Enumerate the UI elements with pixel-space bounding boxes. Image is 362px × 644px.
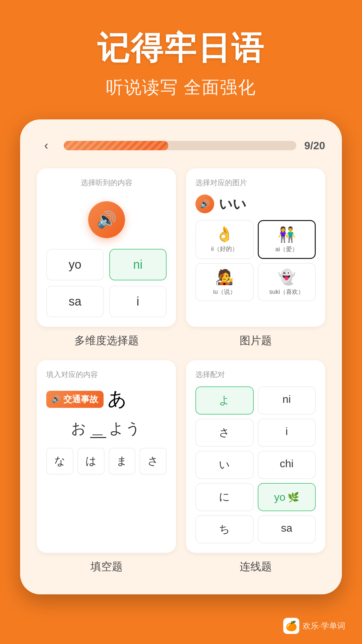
picture-header: 🔊 いい — [195, 195, 316, 213]
match-left-chi[interactable]: ち — [195, 515, 254, 543]
progress-bar-fill — [64, 141, 168, 150]
phone-container: ‹ 9/20 选择听到的内容 🔊 yo ni sa i 选择对应的图片 — [20, 119, 342, 594]
listen-choose-card: 选择听到的内容 🔊 yo ni sa i — [37, 168, 176, 327]
match-yo-text: yo — [274, 491, 286, 503]
fillin-card-label: 填入对应的内容 — [46, 370, 167, 380]
fillin-keyboard: な は ま さ — [46, 448, 167, 475]
fillin-sentence: お＿よう — [46, 419, 167, 438]
section-label-fillin: 填空题 — [37, 559, 176, 574]
match-left-ni[interactable]: に — [195, 483, 254, 511]
progress-counter: 9/20 — [304, 140, 325, 152]
choice-i[interactable]: i — [109, 286, 167, 317]
section-label-match: 连线题 — [186, 559, 325, 574]
fillin-speaker-button[interactable]: 🔊 交通事故 — [46, 391, 104, 408]
picture-emoji-ai: 👫 — [262, 226, 312, 243]
top-cards-grid: 选择听到的内容 🔊 yo ni sa i 选择对应的图片 🔊 いい — [37, 168, 325, 327]
picture-emoji-iu: 🧑‍🎤 — [199, 268, 250, 286]
match-left-sa[interactable]: さ — [195, 419, 254, 447]
choice-sa[interactable]: sa — [46, 286, 104, 317]
progress-bar-background — [64, 141, 296, 150]
kana-key-na[interactable]: な — [46, 448, 73, 475]
kana-key-ha[interactable]: は — [77, 448, 105, 475]
fillin-prompt: 🔊 交通事故 あ — [46, 386, 167, 412]
match-mascot-icon: 🌿 — [288, 492, 299, 503]
speaker-icon: 🔊 — [97, 210, 117, 229]
picture-item-ii[interactable]: 👌 ii（好的） — [195, 220, 254, 259]
match-left-i[interactable]: い — [195, 451, 254, 479]
match-grid: よ ni さ i い chi に yo 🌿 ち sa — [195, 386, 316, 543]
speaker-small-icon: 🔊 — [200, 199, 210, 209]
picture-caption-iu: iu（说） — [213, 288, 236, 295]
match-right-ni[interactable]: ni — [258, 386, 316, 415]
labels-row-1: 多维度选择题 图片题 — [37, 333, 325, 348]
fillin-blank: ＿ — [90, 420, 106, 438]
choice-grid: yo ni sa i — [46, 249, 167, 317]
choice-yo[interactable]: yo — [46, 249, 104, 280]
section-label-picture: 图片题 — [186, 333, 325, 348]
fillin-word: 交通事故 — [63, 393, 98, 405]
listen-card-label: 选择听到的内容 — [81, 178, 132, 188]
picture-card: 选择对应的图片 🔊 いい 👌 ii（好的） 👫 ai（爱） 🧑‍🎤 — [186, 168, 325, 327]
watermark-icon: 🍊 — [286, 621, 297, 632]
match-card: 选择配对 よ ni さ i い chi に yo 🌿 ち sa — [186, 360, 325, 553]
watermark-text: 欢乐·学单词 — [303, 621, 345, 631]
bottom-cards-grid: 填入对应的内容 🔊 交通事故 あ お＿よう な は ま さ 选择配对 — [37, 360, 325, 553]
back-button[interactable]: ‹ — [37, 136, 56, 155]
labels-row-2: 填空题 连线题 — [37, 559, 325, 574]
match-right-chi[interactable]: chi — [258, 451, 316, 479]
picture-caption-ai: ai（爱） — [275, 246, 298, 253]
app-title: 记得牢日语 — [20, 27, 342, 70]
fillin-mascot: あ — [108, 386, 127, 412]
kana-key-ma[interactable]: ま — [109, 448, 136, 475]
speaker-small-button[interactable]: 🔊 — [195, 195, 214, 213]
picture-card-label: 选择对应的图片 — [195, 178, 316, 188]
header-section: 记得牢日语 听说读写 全面强化 — [0, 0, 362, 113]
match-right-sa[interactable]: sa — [258, 515, 316, 543]
progress-row: ‹ 9/20 — [37, 136, 325, 155]
picture-caption-suki: suki（喜欢） — [269, 288, 304, 295]
fillin-card: 填入对应的内容 🔊 交通事故 あ お＿よう な は ま さ — [37, 360, 176, 553]
picture-caption-ii: ii（好的） — [211, 246, 238, 252]
audio-hiragana: いい — [219, 195, 246, 213]
picture-emoji-suki: 👻 — [262, 268, 312, 286]
watermark: 🍊 欢乐·学单词 — [283, 618, 345, 634]
match-right-yo[interactable]: yo 🌿 — [258, 483, 316, 511]
watermark-logo: 🍊 — [283, 618, 299, 634]
kana-key-sa[interactable]: さ — [139, 448, 167, 475]
speaker-button-large[interactable]: 🔊 — [88, 201, 125, 238]
app-subtitle: 听说读写 全面强化 — [20, 76, 342, 99]
match-right-i[interactable]: i — [258, 419, 316, 447]
picture-emoji-ii: 👌 — [199, 225, 250, 243]
match-left-yo[interactable]: よ — [195, 386, 254, 415]
match-card-label: 选择配对 — [195, 370, 316, 380]
picture-item-ai[interactable]: 👫 ai（爱） — [258, 220, 316, 259]
picture-grid: 👌 ii（好的） 👫 ai（爱） 🧑‍🎤 iu（说） 👻 suki（喜欢） — [195, 220, 316, 301]
section-label-multichoice: 多维度选择题 — [37, 333, 176, 348]
fillin-speaker-icon: 🔊 — [52, 395, 61, 404]
picture-item-iu[interactable]: 🧑‍🎤 iu（说） — [195, 263, 254, 301]
choice-ni[interactable]: ni — [109, 249, 167, 280]
picture-item-suki[interactable]: 👻 suki（喜欢） — [258, 263, 316, 301]
